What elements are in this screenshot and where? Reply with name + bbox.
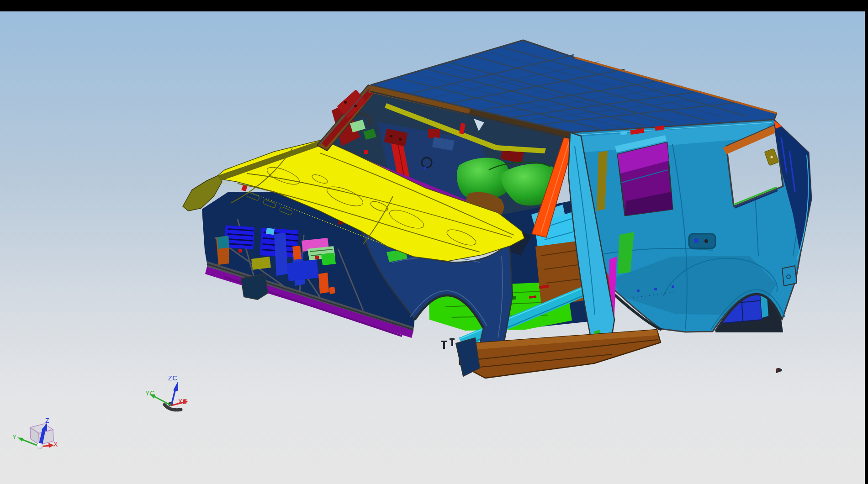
detail-shape xyxy=(292,246,302,260)
detail-shape xyxy=(776,369,778,371)
tow-hook-cover[interactable] xyxy=(241,274,268,300)
detail-shape xyxy=(450,338,455,340)
detail-shape xyxy=(329,287,335,294)
application-window: ZC YC XC Z Y X xyxy=(0,0,868,484)
detail-shape xyxy=(399,138,402,141)
detail-shape xyxy=(689,234,715,248)
wcs-y-label: YC xyxy=(145,389,155,397)
datum-origin-sphere[interactable] xyxy=(37,443,43,449)
detail-shape xyxy=(771,156,773,158)
detail-shape xyxy=(238,249,242,253)
datum-x-label: X xyxy=(53,441,58,448)
datum-y-label: Y xyxy=(12,433,17,441)
detail-shape xyxy=(672,285,674,288)
loose-bracket[interactable] xyxy=(782,266,797,286)
detail-shape xyxy=(321,253,336,265)
detail-shape xyxy=(390,135,392,137)
detail-shape xyxy=(423,167,426,169)
detail-shape xyxy=(654,288,657,290)
detail-shape xyxy=(338,221,343,225)
door-handle[interactable] xyxy=(689,234,715,248)
detail-shape xyxy=(694,238,699,243)
right-black-bar xyxy=(865,0,868,484)
detail-shape xyxy=(441,341,447,342)
wcs-z-label: ZC xyxy=(168,374,178,382)
detail-shape xyxy=(274,233,288,276)
detail-shape xyxy=(637,289,640,292)
detail-shape xyxy=(782,266,797,286)
datum-z-label: Z xyxy=(45,417,50,424)
detail-shape xyxy=(364,150,368,154)
detail-shape xyxy=(217,236,229,249)
detail-shape xyxy=(251,257,271,270)
detail-shape xyxy=(318,273,329,294)
3d-viewport[interactable]: ZC YC XC Z Y X xyxy=(0,0,868,484)
detail-shape xyxy=(344,101,347,104)
detail-shape xyxy=(315,256,319,259)
detail-shape xyxy=(266,228,275,235)
detail-shape xyxy=(704,239,708,243)
top-black-bar xyxy=(0,0,868,11)
wcs-x-label: XC xyxy=(178,398,188,405)
